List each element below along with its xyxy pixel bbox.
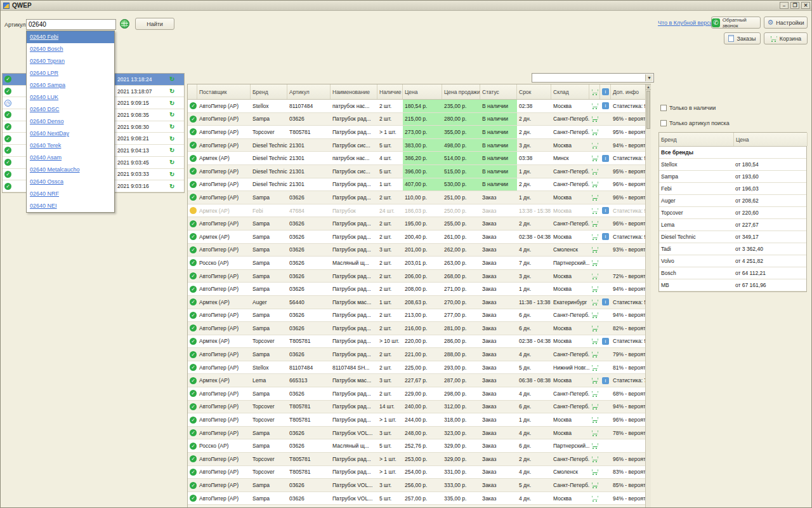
add-to-cart-icon[interactable] (591, 377, 598, 384)
cart-cell[interactable] (589, 479, 600, 491)
callback-button[interactable]: ✆ Обратный звонок (711, 17, 761, 29)
cart-cell[interactable] (589, 257, 600, 269)
result-row[interactable]: ✓Армтек (АР)Auger56440Патрубок мас...1 ш… (188, 296, 650, 309)
cart-cell[interactable] (589, 348, 600, 361)
result-row[interactable]: ✓АвтоПитер (АР)Sampa03626Патрубок рад...… (188, 113, 650, 126)
suggestion-link[interactable]: 02640 Bosch (30, 46, 63, 52)
result-row[interactable]: ✓АвтоПитер (АР)Sampa03626Патрубок VOL...… (188, 427, 650, 440)
add-to-cart-icon[interactable] (591, 286, 598, 292)
add-to-cart-icon[interactable] (591, 129, 598, 135)
suggestion-item[interactable]: 02640 Bosch (27, 43, 114, 55)
suggestion-item[interactable]: 02640 LUK (27, 91, 114, 104)
refresh-icon[interactable]: ↻ (169, 171, 174, 178)
suggestion-item[interactable]: 02640 Sampa (27, 79, 114, 91)
column-header[interactable]: Артикул (287, 84, 331, 99)
refresh-icon[interactable]: ↻ (169, 159, 174, 166)
suggestion-link[interactable]: 02640 NRF (30, 190, 59, 197)
add-to-cart-icon[interactable] (591, 469, 598, 475)
brand-stat-row[interactable]: Stelloxот 180,54 (659, 159, 806, 171)
info-cell[interactable]: i (600, 100, 611, 112)
result-row[interactable]: ✓АвтоПитер (АР)Sampa03626Патрубок рад...… (188, 348, 650, 361)
info-cell[interactable] (600, 165, 611, 178)
add-to-cart-icon[interactable] (591, 443, 598, 449)
refresh-icon[interactable]: ↻ (169, 135, 174, 142)
info-cell[interactable] (600, 361, 611, 374)
history-refresh-cell[interactable]: ↻ (167, 86, 184, 97)
info-cell[interactable]: i (600, 335, 611, 348)
refresh-icon[interactable]: ↻ (169, 147, 174, 154)
cart-cell[interactable] (589, 322, 600, 335)
brand-stat-row[interactable]: Diesel Technicот 349,17 (659, 231, 806, 243)
info-icon[interactable]: i (602, 155, 609, 162)
refresh-icon[interactable]: ↻ (169, 76, 174, 83)
cart-cell[interactable] (589, 244, 600, 257)
result-row[interactable]: ✓АвтоПитер (АР)Sampa03626Патрубок рад...… (188, 217, 650, 231)
suggestion-item[interactable]: 02640 Terek (27, 140, 114, 152)
chevron-down-icon[interactable]: ▼ (645, 74, 653, 81)
result-row[interactable]: ✓АвтоПитер (АР)Diesel Technic21301Патруб… (188, 165, 650, 178)
result-row[interactable]: ✓АвтоПитер (АР)Sampa03626Патрубок рад...… (188, 283, 650, 296)
info-icon[interactable]: i (602, 377, 609, 384)
brand-stat-row[interactable]: MBот 67 161,96 (659, 279, 806, 291)
close-button[interactable]: ✕ (801, 2, 810, 9)
cart-cell[interactable] (589, 387, 600, 400)
suggestion-link[interactable]: 02640 Topran (30, 58, 65, 64)
info-icon[interactable]: i (602, 338, 609, 345)
info-cell[interactable] (600, 309, 611, 322)
result-row[interactable]: ✓Росско (АР)Sampa03626Масляный щ...5 шт.… (188, 439, 650, 453)
result-row[interactable]: ✓АвтоПитер (АР)Sampa03626Патрубок VOL...… (188, 492, 650, 505)
cart-cell[interactable] (589, 191, 600, 204)
add-to-cart-icon[interactable] (591, 142, 598, 149)
results-filter-combobox[interactable]: ▼ (532, 73, 654, 83)
suggestion-item[interactable]: 02640 Denso (27, 116, 114, 128)
history-refresh-cell[interactable]: ↻ (167, 121, 184, 133)
info-cell[interactable] (600, 191, 611, 204)
info-column-header[interactable]: i (600, 84, 611, 99)
add-to-cart-icon[interactable] (591, 103, 598, 109)
info-cell[interactable]: i (600, 231, 611, 243)
cart-cell[interactable] (589, 296, 600, 309)
add-to-cart-icon[interactable] (591, 391, 598, 397)
column-header[interactable]: Бренд (251, 84, 287, 99)
result-row[interactable]: ✓Армтек (АР)Sampa03626Патрубок рад...2 ш… (188, 231, 650, 244)
brand-column-header[interactable]: Бренд (659, 133, 734, 146)
suggestion-item[interactable]: 02640 Ossca (27, 176, 114, 188)
result-row[interactable]: ✓АвтоПитер (АР)Stellox81107484патрубок н… (188, 100, 650, 113)
cart-cell[interactable] (589, 361, 600, 374)
cart-cell[interactable] (589, 309, 600, 322)
minimize-button[interactable]: – (780, 2, 789, 9)
add-to-cart-icon[interactable] (591, 168, 598, 175)
find-button[interactable]: Найти (135, 18, 174, 30)
suggestion-item[interactable]: 02640 NextDay (27, 128, 114, 140)
article-input[interactable] (26, 19, 116, 30)
info-icon[interactable]: i (602, 298, 609, 305)
info-cell[interactable] (600, 427, 611, 439)
brand-stat-row[interactable]: Все бренды (659, 147, 806, 159)
info-cell[interactable]: i (600, 152, 611, 164)
cart-button[interactable]: Корзина (764, 32, 808, 44)
add-to-cart-icon[interactable] (591, 234, 598, 240)
result-row[interactable]: ✓АвтоПитер (АР)TopcoverT805781Патрубок р… (188, 453, 650, 466)
cart-cell[interactable] (589, 204, 600, 217)
info-cell[interactable] (600, 217, 611, 230)
add-to-cart-icon[interactable] (591, 273, 598, 279)
info-cell[interactable] (600, 348, 611, 361)
result-row[interactable]: ✓АвтоПитер (АР)Sampa03626Патрубок рад...… (188, 244, 650, 257)
suggestion-link[interactable]: 02640 Febi (30, 34, 58, 40)
suggestion-item[interactable]: 02640 Metalcaucho (27, 164, 114, 176)
checkbox-icon[interactable] (660, 120, 667, 126)
info-cell[interactable] (600, 505, 611, 508)
cart-cell[interactable] (589, 505, 600, 508)
suggestion-link[interactable]: 02640 Sampa (30, 82, 65, 88)
suggestion-link[interactable]: 02640 Terek (30, 142, 61, 149)
brand-stat-row[interactable]: Sampaот 193,60 (659, 171, 806, 183)
result-row[interactable]: ✓Росско (АР)Sampa03626Масляный щ...2 шт.… (188, 257, 650, 270)
cart-cell[interactable] (589, 178, 600, 191)
add-to-cart-icon[interactable] (591, 208, 598, 214)
result-row[interactable]: ✓АвтоПитер (АР)Stellox8110748481107484 S… (188, 361, 650, 375)
refresh-icon[interactable]: ↻ (169, 183, 174, 190)
column-header[interactable]: Цена продажи (442, 84, 480, 99)
history-refresh-cell[interactable]: ↻ (167, 157, 184, 168)
column-header[interactable]: Доп. инфо (611, 84, 646, 99)
info-cell[interactable] (600, 113, 611, 126)
